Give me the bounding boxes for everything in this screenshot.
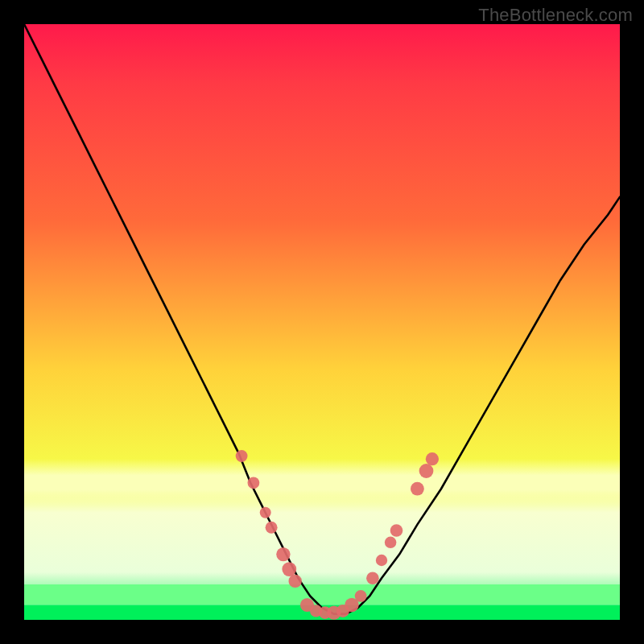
left-dot: [282, 562, 296, 576]
right-dot: [385, 537, 397, 549]
left-dot: [260, 507, 271, 518]
left-dot: [289, 575, 302, 588]
right-dot: [419, 464, 434, 478]
watermark-label: TheBottleneck.com: [478, 5, 633, 26]
left-dot: [266, 522, 278, 534]
plot-area: [24, 24, 620, 620]
right-dot: [376, 555, 387, 566]
right-dot: [411, 482, 424, 496]
chart-svg: [24, 24, 620, 620]
left-dot: [248, 477, 260, 489]
bottleneck-curve: [24, 24, 620, 614]
bottom-dot: [355, 590, 367, 602]
chart-frame: TheBottleneck.com: [0, 0, 644, 644]
left-dot: [276, 547, 290, 561]
left-dot: [236, 450, 248, 462]
right-dot: [426, 452, 439, 465]
right-dot: [390, 524, 403, 537]
right-dot: [366, 572, 379, 584]
